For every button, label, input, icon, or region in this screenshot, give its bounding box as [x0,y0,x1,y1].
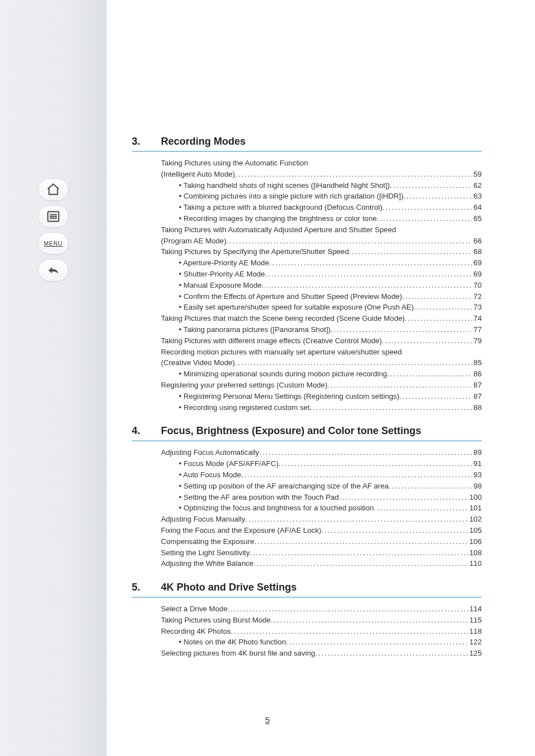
toc-entry[interactable]: Easily set aperture/shutter speed for su… [161,302,482,313]
toc-entry[interactable]: Registering Personal Menu Settings (Regi… [161,391,482,402]
toc-entry[interactable]: (Program AE Mode)66 [161,236,482,247]
toc-label: Select a Drive Mode [161,603,228,615]
toc-entry[interactable]: Minimizing operational sounds during mot… [161,368,482,380]
toc-entry[interactable]: Adjusting Focus Manually102 [161,514,482,525]
toc-page: 73 [472,302,482,313]
toc-page: 122 [468,637,482,648]
toc-entry[interactable]: Taking Pictures that match the Scene bei… [161,313,482,324]
toc-entry[interactable]: Adjusting the White Balance110 [161,558,482,569]
toc-label: Shutter-Priority AE Mode [179,269,265,280]
list-icon [46,209,61,224]
toc-entry[interactable]: Focus Mode (AFS/AFF/AFC)91 [161,458,482,469]
toc-entry[interactable]: Compensating the Exposure106 [161,536,482,547]
page-number[interactable]: 5 [0,715,535,725]
toc-entry[interactable]: Setting the Light Sensitivity108 [161,547,482,559]
toc-page: 106 [468,536,482,547]
toc-entry[interactable]: Taking Pictures using the Automatic Func… [161,158,482,169]
toc-label: Setting the Light Sensitivity [161,547,250,559]
toc-entry[interactable]: Adjusting Focus Automatically89 [161,447,482,458]
toc-label: Taking Pictures that match the Scene bei… [161,313,405,324]
toc-label: Taking a picture with a blurred backgrou… [179,202,382,213]
toc-page: 66 [472,236,482,247]
nav-home-button[interactable] [38,178,68,201]
dot-leader [374,503,468,514]
toc-entry[interactable]: Auto Focus Mode93 [161,469,482,481]
dot-leader [315,648,468,659]
toc-label: Registering your preferred settings (Cus… [161,380,328,391]
toc-label: Adjusting Focus Manually [161,514,245,525]
toc-label: Minimizing operational sounds during mot… [179,368,387,380]
dot-leader [403,191,472,202]
dot-leader [330,324,472,335]
section-number: 4. [132,425,149,437]
toc-label: Recording motion pictures with manually … [161,347,402,358]
toc-entry[interactable]: Manual Exposure Mode70 [161,280,482,291]
nav-contents-button[interactable] [38,205,68,228]
toc-page: 114 [468,603,482,615]
dot-leader [235,357,473,368]
dot-leader [382,335,472,347]
toc-entry[interactable]: Taking a picture with a blurred backgrou… [161,202,482,213]
nav-menu-button[interactable]: MENU [38,232,68,255]
dot-leader [328,380,472,391]
section-4-header[interactable]: 4. Focus, Brightness (Exposure) and Colo… [132,425,482,441]
toc-page: 118 [468,626,482,637]
dot-leader [235,169,472,180]
dot-leader [414,302,473,313]
toc-entry[interactable]: Taking Pictures with different image eff… [161,335,482,347]
section-3-header[interactable]: 3. Recording Modes [132,136,482,152]
dot-leader [269,257,473,269]
toc-entry[interactable]: Notes on the 4K Photo function122 [161,637,482,648]
dot-leader [286,637,468,648]
toc-page: 125 [468,648,482,659]
toc-entry[interactable]: Select a Drive Mode114 [161,603,482,615]
toc-page: 79 [472,335,482,347]
toc-entry[interactable]: Shutter-Priority AE Mode69 [161,269,482,280]
section-3: 3. Recording Modes Taking Pictures using… [132,136,482,413]
toc-entry[interactable]: Confirm the Effects of Aperture and Shut… [161,291,482,302]
toc-page: 91 [472,458,482,469]
toc-label: Registering Personal Menu Settings (Regi… [179,391,399,402]
toc-entry[interactable]: Setting the AF area position with the To… [161,492,482,503]
dot-leader [228,603,468,615]
dot-leader [250,547,468,559]
toc-label: (Intelligent Auto Mode) [161,169,235,180]
toc-entry[interactable]: Taking Pictures with Automatically Adjus… [161,224,482,236]
toc-label: Combining pictures into a single picture… [179,191,403,202]
toc-entry[interactable]: Registering your preferred settings (Cus… [161,380,482,391]
toc-entry[interactable]: Taking panorama pictures ([Panorama Shot… [161,324,482,335]
toc-page: 64 [472,202,482,213]
toc-entry[interactable]: Fixing the Focus and the Exposure (AF/AE… [161,525,482,536]
toc-entry[interactable]: Recording using registered custom set88 [161,402,482,413]
nav-back-button[interactable] [38,259,68,282]
toc-page: 69 [472,269,482,280]
toc-entry[interactable]: Recording images by changing the brightn… [161,213,482,224]
toc-page: 65 [472,213,482,224]
toc-entry[interactable]: Recording motion pictures with manually … [161,347,482,358]
section-5-header[interactable]: 5. 4K Photo and Drive Settings [132,582,482,598]
toc-entry[interactable]: Taking handheld shots of night scenes ([… [161,180,482,191]
dot-leader [271,615,468,626]
toc-entry[interactable]: Taking Pictures using Burst Mode115 [161,615,482,626]
toc-label: Taking Pictures using the Automatic Func… [161,158,308,169]
toc-label: (Program AE Mode) [161,236,227,247]
toc-entry[interactable]: Combining pictures into a single picture… [161,191,482,202]
toc-page: 63 [472,191,482,202]
toc-entry[interactable]: Recording 4K Photos118 [161,626,482,637]
toc-page: 70 [472,280,482,291]
dot-leader [349,246,472,257]
dot-leader [231,626,468,637]
toc-entry[interactable]: (Intelligent Auto Mode)59 [161,169,482,180]
toc-entry[interactable]: Setting up position of the AF area/chang… [161,481,482,492]
toc-entry[interactable]: Aperture-Priority AE Mode69 [161,257,482,269]
toc-entry[interactable]: Taking Pictures by Specifying the Apertu… [161,246,482,257]
toc-label: Recording 4K Photos [161,626,231,637]
dot-leader [259,447,472,458]
section-4-toc: Adjusting Focus Automatically89 Focus Mo… [161,447,482,569]
sidebar: MENU [0,0,107,756]
toc-label: Confirm the Effects of Aperture and Shut… [179,291,402,302]
toc-label: Taking Pictures using Burst Mode [161,615,271,626]
toc-entry[interactable]: Selecting pictures from 4K burst file an… [161,648,482,659]
toc-entry[interactable]: Optimizing the focus and brightness for … [161,503,482,514]
toc-entry[interactable]: (Creative Video Mode)85 [161,357,482,368]
